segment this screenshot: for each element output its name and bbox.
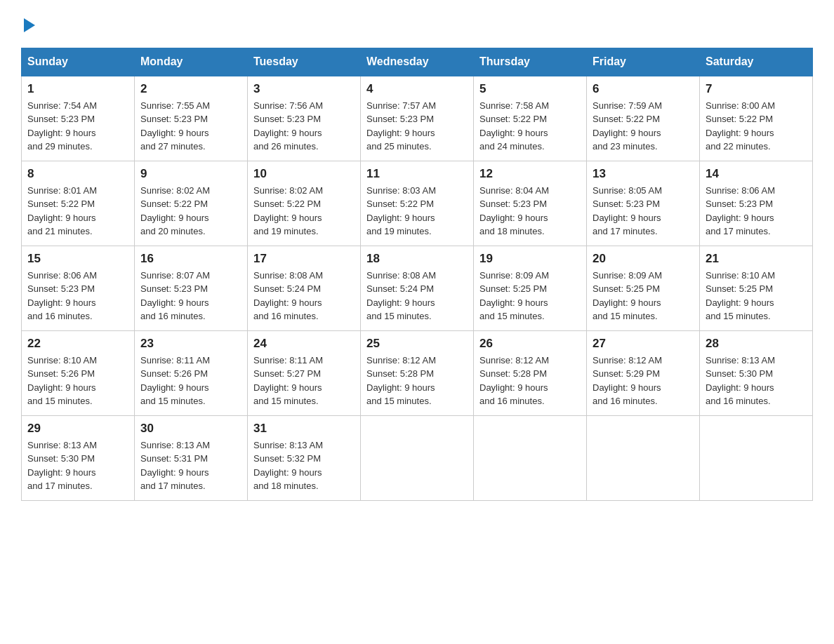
calendar-cell — [700, 415, 813, 500]
calendar-cell: 1Sunrise: 7:54 AMSunset: 5:23 PMDaylight… — [22, 76, 135, 161]
header-monday: Monday — [135, 48, 248, 76]
day-info: Sunrise: 8:12 AMSunset: 5:29 PMDaylight:… — [593, 354, 694, 408]
day-info: Sunrise: 7:58 AMSunset: 5:22 PMDaylight:… — [479, 99, 581, 154]
day-info: Sunrise: 8:01 AMSunset: 5:22 PMDaylight:… — [27, 184, 128, 239]
calendar-week-row: 8Sunrise: 8:01 AMSunset: 5:22 PMDaylight… — [22, 161, 813, 246]
calendar-cell — [474, 415, 587, 500]
logo-line1 — [21, 14, 35, 34]
day-info: Sunrise: 8:08 AMSunset: 5:24 PMDaylight:… — [253, 269, 355, 323]
day-number: 10 — [253, 167, 355, 181]
day-info: Sunrise: 8:07 AMSunset: 5:23 PMDaylight:… — [140, 269, 241, 323]
day-number: 7 — [706, 82, 807, 96]
logo-arrow-icon — [24, 18, 35, 32]
day-info: Sunrise: 8:11 AMSunset: 5:27 PMDaylight:… — [253, 354, 355, 408]
day-number: 25 — [366, 337, 468, 351]
day-number: 19 — [479, 252, 581, 266]
day-number: 16 — [140, 252, 241, 266]
calendar-cell: 23Sunrise: 8:11 AMSunset: 5:26 PMDayligh… — [135, 330, 248, 415]
calendar-cell: 17Sunrise: 8:08 AMSunset: 5:24 PMDayligh… — [248, 246, 361, 330]
day-info: Sunrise: 8:03 AMSunset: 5:22 PMDaylight:… — [366, 184, 468, 239]
calendar-cell — [587, 415, 700, 500]
header-friday: Friday — [587, 48, 700, 76]
day-info: Sunrise: 8:05 AMSunset: 5:23 PMDaylight:… — [593, 184, 694, 239]
day-number: 4 — [366, 82, 468, 96]
page-header — [21, 14, 813, 34]
calendar-cell: 29Sunrise: 8:13 AMSunset: 5:30 PMDayligh… — [22, 415, 135, 500]
header-thursday: Thursday — [474, 48, 587, 76]
calendar-week-row: 1Sunrise: 7:54 AMSunset: 5:23 PMDaylight… — [22, 76, 813, 161]
day-info: Sunrise: 8:06 AMSunset: 5:23 PMDaylight:… — [27, 269, 128, 323]
calendar-cell: 24Sunrise: 8:11 AMSunset: 5:27 PMDayligh… — [248, 330, 361, 415]
calendar-cell: 9Sunrise: 8:02 AMSunset: 5:22 PMDaylight… — [135, 161, 248, 246]
day-info: Sunrise: 8:11 AMSunset: 5:26 PMDaylight:… — [140, 354, 241, 408]
day-number: 13 — [593, 167, 694, 181]
day-info: Sunrise: 7:57 AMSunset: 5:23 PMDaylight:… — [366, 99, 468, 154]
day-info: Sunrise: 7:54 AMSunset: 5:23 PMDaylight:… — [27, 99, 128, 154]
header-wednesday: Wednesday — [361, 48, 474, 76]
day-info: Sunrise: 8:04 AMSunset: 5:23 PMDaylight:… — [479, 184, 581, 239]
day-info: Sunrise: 8:08 AMSunset: 5:24 PMDaylight:… — [366, 269, 468, 323]
day-number: 28 — [706, 337, 807, 351]
calendar-cell: 16Sunrise: 8:07 AMSunset: 5:23 PMDayligh… — [135, 246, 248, 330]
calendar-cell: 21Sunrise: 8:10 AMSunset: 5:25 PMDayligh… — [700, 246, 813, 330]
calendar-week-row: 15Sunrise: 8:06 AMSunset: 5:23 PMDayligh… — [22, 246, 813, 330]
day-number: 23 — [140, 337, 241, 351]
day-info: Sunrise: 8:10 AMSunset: 5:25 PMDaylight:… — [706, 269, 807, 323]
calendar-cell: 25Sunrise: 8:12 AMSunset: 5:28 PMDayligh… — [361, 330, 474, 415]
day-number: 12 — [479, 167, 581, 181]
calendar-cell: 19Sunrise: 8:09 AMSunset: 5:25 PMDayligh… — [474, 246, 587, 330]
header-tuesday: Tuesday — [248, 48, 361, 76]
logo — [21, 14, 35, 34]
day-number: 14 — [706, 167, 807, 181]
calendar-cell: 26Sunrise: 8:12 AMSunset: 5:28 PMDayligh… — [474, 330, 587, 415]
day-number: 9 — [140, 167, 241, 181]
calendar-cell: 20Sunrise: 8:09 AMSunset: 5:25 PMDayligh… — [587, 246, 700, 330]
day-number: 15 — [27, 252, 128, 266]
calendar-cell: 14Sunrise: 8:06 AMSunset: 5:23 PMDayligh… — [700, 161, 813, 246]
day-info: Sunrise: 8:10 AMSunset: 5:26 PMDaylight:… — [27, 354, 128, 408]
calendar-cell: 4Sunrise: 7:57 AMSunset: 5:23 PMDaylight… — [361, 76, 474, 161]
day-number: 8 — [27, 167, 128, 181]
day-info: Sunrise: 7:59 AMSunset: 5:22 PMDaylight:… — [593, 99, 694, 154]
calendar-cell — [361, 415, 474, 500]
day-number: 31 — [253, 422, 355, 436]
day-info: Sunrise: 8:02 AMSunset: 5:22 PMDaylight:… — [140, 184, 241, 239]
day-info: Sunrise: 8:12 AMSunset: 5:28 PMDaylight:… — [479, 354, 581, 408]
day-info: Sunrise: 8:09 AMSunset: 5:25 PMDaylight:… — [479, 269, 581, 323]
calendar-cell: 3Sunrise: 7:56 AMSunset: 5:23 PMDaylight… — [248, 76, 361, 161]
day-info: Sunrise: 8:00 AMSunset: 5:22 PMDaylight:… — [706, 99, 807, 154]
day-number: 21 — [706, 252, 807, 266]
day-number: 18 — [366, 252, 468, 266]
calendar-cell: 10Sunrise: 8:02 AMSunset: 5:22 PMDayligh… — [248, 161, 361, 246]
day-number: 11 — [366, 167, 468, 181]
calendar-header-row: SundayMondayTuesdayWednesdayThursdayFrid… — [22, 48, 813, 76]
calendar-cell: 8Sunrise: 8:01 AMSunset: 5:22 PMDaylight… — [22, 161, 135, 246]
calendar-cell: 7Sunrise: 8:00 AMSunset: 5:22 PMDaylight… — [700, 76, 813, 161]
calendar-cell: 28Sunrise: 8:13 AMSunset: 5:30 PMDayligh… — [700, 330, 813, 415]
day-number: 3 — [253, 82, 355, 96]
day-info: Sunrise: 7:55 AMSunset: 5:23 PMDaylight:… — [140, 99, 241, 154]
day-number: 26 — [479, 337, 581, 351]
day-number: 22 — [27, 337, 128, 351]
day-number: 29 — [27, 422, 128, 436]
day-info: Sunrise: 8:06 AMSunset: 5:23 PMDaylight:… — [706, 184, 807, 239]
day-number: 20 — [593, 252, 694, 266]
calendar-cell: 18Sunrise: 8:08 AMSunset: 5:24 PMDayligh… — [361, 246, 474, 330]
day-info: Sunrise: 8:12 AMSunset: 5:28 PMDaylight:… — [366, 354, 468, 408]
calendar-cell: 30Sunrise: 8:13 AMSunset: 5:31 PMDayligh… — [135, 415, 248, 500]
day-info: Sunrise: 8:13 AMSunset: 5:30 PMDaylight:… — [27, 438, 128, 493]
day-number: 2 — [140, 82, 241, 96]
calendar-week-row: 29Sunrise: 8:13 AMSunset: 5:30 PMDayligh… — [22, 415, 813, 500]
header-saturday: Saturday — [700, 48, 813, 76]
calendar-cell: 22Sunrise: 8:10 AMSunset: 5:26 PMDayligh… — [22, 330, 135, 415]
calendar-cell: 13Sunrise: 8:05 AMSunset: 5:23 PMDayligh… — [587, 161, 700, 246]
calendar-cell: 27Sunrise: 8:12 AMSunset: 5:29 PMDayligh… — [587, 330, 700, 415]
day-number: 24 — [253, 337, 355, 351]
calendar-week-row: 22Sunrise: 8:10 AMSunset: 5:26 PMDayligh… — [22, 330, 813, 415]
calendar-cell: 12Sunrise: 8:04 AMSunset: 5:23 PMDayligh… — [474, 161, 587, 246]
day-number: 6 — [593, 82, 694, 96]
day-number: 27 — [593, 337, 694, 351]
day-info: Sunrise: 8:13 AMSunset: 5:31 PMDaylight:… — [140, 438, 241, 493]
day-info: Sunrise: 7:56 AMSunset: 5:23 PMDaylight:… — [253, 99, 355, 154]
calendar-cell: 31Sunrise: 8:13 AMSunset: 5:32 PMDayligh… — [248, 415, 361, 500]
